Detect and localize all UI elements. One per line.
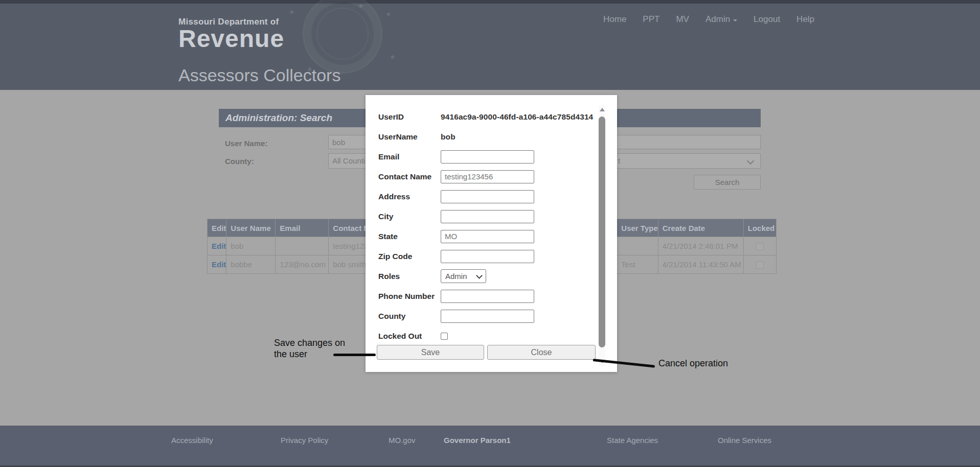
save-button[interactable]: Save [377,345,484,360]
cell-user_type [617,237,658,255]
modal-row-address: Address [378,186,617,206]
cell-email: 123@no.com [276,255,329,274]
chevron-down-icon [476,272,483,279]
address-label: Address [378,192,441,201]
username-label: User Name: [225,139,267,148]
state-input[interactable] [441,230,534,243]
county-label: County: [225,157,254,166]
annotation-cancel: Cancel operation [658,358,728,369]
column-header-user-name: User Name [226,219,276,237]
cell-user_name: bob [226,237,276,255]
site-footer: AccessibilityPrivacy PolicyMO.govGoverno… [0,426,980,467]
chevron-down-icon [733,19,737,21]
edit-user-modal: UserID9416ac9a-9000-46fd-a106-a44c785d43… [366,95,617,372]
star-icon [289,8,295,16]
footer-link-privacy-policy[interactable]: Privacy Policy [281,436,328,445]
nav-label: PPT [643,14,659,25]
cell-email [276,237,329,255]
main-nav: HomePPTMVAdminLogoutHelp [603,14,814,25]
locked-checkbox[interactable] [756,243,764,250]
nav-mv[interactable]: MV [676,14,689,25]
state-label: State [378,232,441,241]
modal-row-zip-code: Zip Code [378,246,617,266]
contact-name-label: Contact Name [378,172,441,181]
footer-link-online-services[interactable]: Online Services [718,436,771,445]
username-value: bob [441,132,455,142]
chevron-down-icon [747,157,754,165]
modal-row-email: Email [378,147,617,167]
star-icon [358,2,364,10]
modal-form: UserID9416ac9a-9000-46fd-a106-a44c785d43… [366,95,617,346]
email-input[interactable] [441,150,534,164]
userid-value: 9416ac9a-9000-46fd-a106-a44c785d4314 [441,112,593,122]
nav-ppt[interactable]: PPT [643,14,659,25]
column-header-email: Email [276,219,329,237]
nav-label: Admin [705,14,730,25]
username-label: UserName [378,132,441,142]
modal-row-state: State [378,226,617,246]
roles-select-value: Admin [445,272,467,281]
email-label: Email [378,152,441,161]
search-button[interactable]: Search [694,175,761,190]
address-input[interactable] [441,190,534,203]
nav-admin[interactable]: Admin [705,14,737,25]
locked-out-checkbox[interactable] [441,333,448,340]
modal-row-username: UserNamebob [378,127,617,147]
cell-user_type: Test [617,255,658,274]
annotation-save: Save changes on the user [274,337,352,360]
app-screen: Missouri Department of Revenue HomePPTMV… [0,0,980,467]
footer-link-accessibility[interactable]: Accessibility [171,436,213,445]
page-title: Assessors Collectors [178,65,340,85]
column-header-locked: Locked [743,219,776,237]
footer-link-state-agencies[interactable]: State Agencies [607,436,658,445]
close-button[interactable]: Close [487,345,596,360]
locked-checkbox[interactable] [756,261,764,269]
scroll-up-icon[interactable] [600,108,605,111]
city-input[interactable] [441,210,534,223]
logo-line2: Revenue [178,27,284,51]
roles-select[interactable]: Admin [441,269,486,283]
column-header-create-date: Create Date [658,219,743,237]
column-header-edit: Edit [208,219,226,237]
modal-row-locked-out: Locked Out [378,326,617,346]
city-label: City [378,212,441,221]
cell-create_date: 4/21/2014 2:46:01 PM [658,237,743,255]
roles-label: Roles [378,272,441,281]
nav-home[interactable]: Home [603,14,626,25]
zip-code-input[interactable] [441,250,534,263]
modal-row-city: City [378,206,617,226]
scrollbar-thumb[interactable] [599,116,605,347]
nav-label: Home [603,14,626,25]
star-icon [390,53,396,61]
missouri-seal-icon [303,0,382,74]
locked-out-label: Locked Out [378,332,441,341]
modal-row-userid: UserID9416ac9a-9000-46fd-a106-a44c785d43… [378,107,617,127]
cell-user_name: bobbe [226,255,276,274]
modal-scrollbar[interactable] [599,105,605,366]
edit-link[interactable]: Edit [212,260,226,269]
cell-edit: Edit [208,255,226,274]
modal-row-phone-number: Phone Number [378,286,617,306]
cell-locked [743,255,776,274]
phone-number-label: Phone Number [378,292,441,301]
edit-link[interactable]: Edit [212,242,226,250]
dor-logo: Missouri Department of Revenue [178,17,284,51]
userid-label: UserID [378,112,441,122]
county-input[interactable] [441,310,534,323]
modal-row-contact-name: Contact Name [378,167,617,186]
cell-locked [743,237,776,255]
modal-row-roles: RolesAdmin [378,266,617,286]
phone-number-input[interactable] [441,290,534,303]
contact-name-input[interactable] [441,170,534,183]
nav-logout[interactable]: Logout [754,14,780,25]
county-label: County [378,312,441,321]
nav-help[interactable]: Help [796,14,814,25]
footer-link-governor-parson1[interactable]: Governor Parson1 [444,436,511,445]
zip-code-label: Zip Code [378,252,441,261]
cell-edit: Edit [208,237,226,255]
browser-edge [0,0,980,4]
modal-row-county: County [378,306,617,326]
star-icon [385,10,392,18]
cell-create_date: 4/21/2014 11:43:50 AM [658,255,743,274]
footer-link-mo-gov[interactable]: MO.gov [389,436,416,445]
